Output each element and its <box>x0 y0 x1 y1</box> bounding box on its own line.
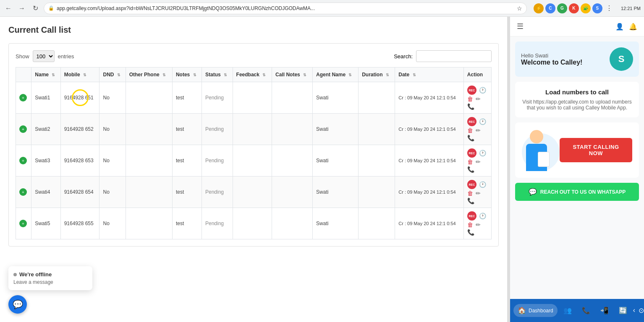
col-agent-name[interactable]: Agent Name ⇅ <box>313 68 359 82</box>
col-dnd[interactable]: DND ⇅ <box>99 68 126 82</box>
nav-item-incoming[interactable]: 📲 <box>596 304 613 317</box>
right-panel: ☰ 👤 🔔 Hello Swati Welcome to Calley! S L… <box>510 17 644 322</box>
chat-bubble-button[interactable]: 💬 <box>8 295 27 314</box>
nav-item-refresh[interactable]: 🔄 <box>615 304 631 317</box>
welcome-section: Hello Swati Welcome to Calley! S <box>515 42 639 77</box>
nav-item-call[interactable]: 📞 <box>578 304 594 317</box>
sort-date-icon: ⇅ <box>413 73 416 77</box>
time-display: 12:21 PM <box>621 6 641 11</box>
history-icon[interactable]: 🕐 <box>479 118 486 125</box>
edit-icon[interactable]: ✏ <box>476 158 481 165</box>
col-feedback[interactable]: Feedback ⇅ <box>233 68 272 82</box>
table-row: + Swati3 9164928 653 No test Pending Swa… <box>16 145 492 177</box>
cell-feedback <box>233 208 272 239</box>
sort-agent-icon: ⇅ <box>348 73 352 77</box>
nav-item-dashboard[interactable]: 🏠 Dashboard <box>513 304 558 317</box>
bottom-nav: 🏠 Dashboard 👥 📞 📲 🔄 ‹ ⊙ ☰ <box>510 299 644 322</box>
nav-back-icon[interactable]: ‹ <box>633 306 635 314</box>
profile-icon[interactable]: S <box>592 3 602 13</box>
cell-dnd: No <box>99 145 126 177</box>
edit-icon[interactable]: ✏ <box>476 127 481 134</box>
delete-icon[interactable]: 🗑 <box>467 221 473 228</box>
cell-call-notes <box>272 145 313 177</box>
history-icon[interactable]: 🕐 <box>479 150 486 156</box>
col-status[interactable]: Status ⇅ <box>202 68 233 82</box>
cell-dnd: No <box>99 114 126 145</box>
rec-button[interactable]: REC <box>467 117 476 126</box>
col-name[interactable]: Name ⇅ <box>31 68 60 82</box>
phone-call-icon[interactable]: 📞 <box>467 229 474 236</box>
col-other-phone[interactable]: Other Phone ⇅ <box>126 68 172 82</box>
cell-status: Pending <box>202 208 233 239</box>
nav-item-contacts[interactable]: 👥 <box>559 304 576 317</box>
cell-dnd: No <box>99 208 126 239</box>
cell-call-notes <box>272 114 313 145</box>
sort-name-icon: ⇅ <box>52 73 55 77</box>
whatsapp-label: REACH OUT TO US ON WHATSAPP <box>540 189 626 195</box>
cell-status: Pending <box>202 82 233 114</box>
action-row-1: REC 🕐 <box>467 86 486 95</box>
cell-checkbox: + <box>16 145 31 177</box>
cell-notes: test <box>172 82 202 114</box>
col-date[interactable]: Date ⇅ <box>395 68 464 82</box>
delete-icon[interactable]: 🗑 <box>467 158 473 165</box>
rec-button[interactable]: REC <box>467 86 476 95</box>
edit-icon[interactable]: ✏ <box>476 221 481 228</box>
rec-button[interactable]: REC <box>467 211 476 221</box>
cell-checkbox: + <box>16 177 31 208</box>
cell-other-phone <box>126 114 172 145</box>
row-indicator-icon: + <box>19 220 27 227</box>
back-button[interactable]: ← <box>3 3 13 13</box>
col-duration[interactable]: Duration ⇅ <box>359 68 395 82</box>
address-bar: 🔒 app.getcalley.com/Upload.aspx?id=bWNsL… <box>44 3 527 14</box>
cell-date: Cr : 09 May 20 24 12:1 0:54 <box>395 177 464 208</box>
bookmark-icon[interactable]: ☆ <box>517 5 522 12</box>
phone-call-icon[interactable]: 📞 <box>467 166 474 173</box>
cell-feedback <box>233 114 272 145</box>
welcome-text: Hello Swati Welcome to Calley! <box>521 52 582 66</box>
col-call-notes[interactable]: Call Notes ⇅ <box>272 68 313 82</box>
phone-call-icon[interactable]: 📞 <box>467 197 474 204</box>
char-paper <box>538 152 550 167</box>
refresh-nav-icon: 🔄 <box>619 306 627 314</box>
cell-other-phone <box>126 208 172 239</box>
rec-button[interactable]: REC <box>467 148 476 158</box>
action-row-2: 🗑 ✏ <box>467 221 481 228</box>
delete-icon[interactable]: 🗑 <box>467 190 473 197</box>
edit-icon[interactable]: ✏ <box>476 96 481 102</box>
whatsapp-button[interactable]: 💬 REACH OUT TO US ON WHATSAPP <box>515 183 639 201</box>
bell-icon[interactable]: 🔔 <box>629 23 637 31</box>
phone-call-icon[interactable]: 📞 <box>467 135 474 141</box>
refresh-button[interactable]: ↻ <box>30 3 40 13</box>
rec-button[interactable]: REC <box>467 180 476 189</box>
sort-duration-icon: ⇅ <box>386 73 389 77</box>
history-icon[interactable]: 🕐 <box>479 87 486 93</box>
entries-select[interactable]: 100 10 25 50 <box>33 50 55 62</box>
extension-icon-3: G <box>557 3 567 13</box>
avatar: S <box>610 47 633 71</box>
action-row-3: 📞 <box>467 103 474 110</box>
action-row-1: REC 🕐 <box>467 211 486 221</box>
nav-home-circle-icon[interactable]: ⊙ <box>639 306 644 314</box>
phone-call-icon[interactable]: 📞 <box>467 103 474 110</box>
cell-call-notes <box>272 82 313 114</box>
col-notes[interactable]: Notes ⇅ <box>172 68 202 82</box>
menu-button[interactable]: ⋮ <box>604 3 614 13</box>
start-calling-button[interactable]: START CALLING NOW <box>560 138 632 162</box>
history-icon[interactable]: 🕐 <box>479 181 486 188</box>
chrome-icons-area: ⚡ C G K 🧩 S ⋮ <box>534 3 614 13</box>
history-icon[interactable]: 🕐 <box>479 213 486 219</box>
hamburger-icon[interactable]: ☰ <box>517 22 524 31</box>
delete-icon[interactable]: 🗑 <box>467 96 473 102</box>
col-mobile[interactable]: Mobile ⇅ <box>60 68 99 82</box>
edit-icon[interactable]: ✏ <box>476 190 481 197</box>
forward-button[interactable]: → <box>17 3 27 13</box>
search-input[interactable] <box>416 50 492 62</box>
cell-agent-name: Swati <box>313 177 359 208</box>
user-icon[interactable]: 👤 <box>615 23 624 31</box>
cell-notes: test <box>172 208 202 239</box>
cell-checkbox: + <box>16 114 31 145</box>
cell-status: Pending <box>202 177 233 208</box>
delete-icon[interactable]: 🗑 <box>467 127 473 134</box>
chat-popup: We're offline Leave a message <box>8 266 92 290</box>
